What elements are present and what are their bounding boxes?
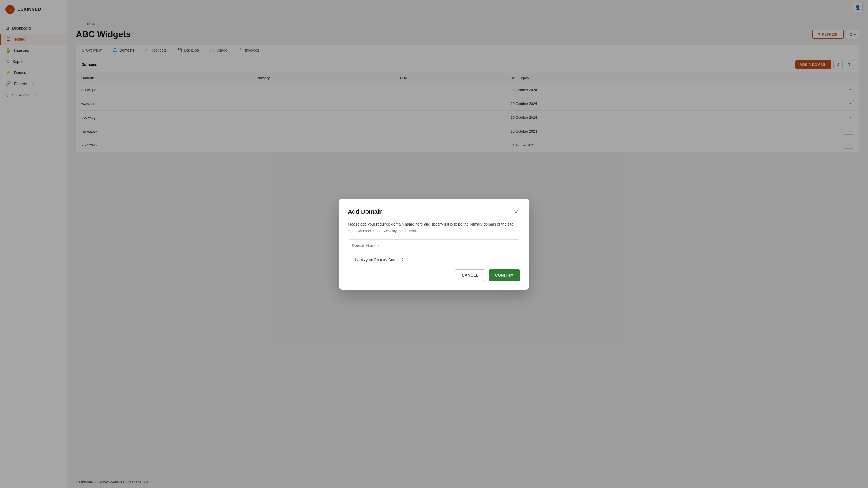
modal-title: Add Domain	[348, 208, 383, 215]
primary-domain-label[interactable]: Is this your Primary Domain?	[355, 258, 404, 262]
add-domain-modal: Add Domain ✕ Please add your required do…	[339, 199, 529, 290]
modal-footer: CANCEL CONFIRM	[348, 269, 520, 281]
cancel-button[interactable]: CANCEL	[455, 269, 485, 281]
modal-close-button[interactable]: ✕	[512, 207, 520, 216]
modal-example: e.g. mydomain.com or www.mydomain.com	[348, 229, 520, 233]
modal-description: Please add your required domain name her…	[348, 222, 520, 227]
domain-name-input-wrapper: Domain Name *	[348, 239, 520, 252]
domain-name-field-group: Domain Name *	[348, 239, 520, 252]
confirm-button[interactable]: CONFIRM	[489, 269, 520, 281]
domain-name-input[interactable]	[348, 239, 520, 252]
primary-domain-checkbox[interactable]	[348, 258, 352, 262]
modal-overlay[interactable]: Add Domain ✕ Please add your required do…	[0, 0, 868, 488]
primary-domain-group: Is this your Primary Domain?	[348, 258, 520, 262]
modal-header: Add Domain ✕	[348, 207, 520, 216]
